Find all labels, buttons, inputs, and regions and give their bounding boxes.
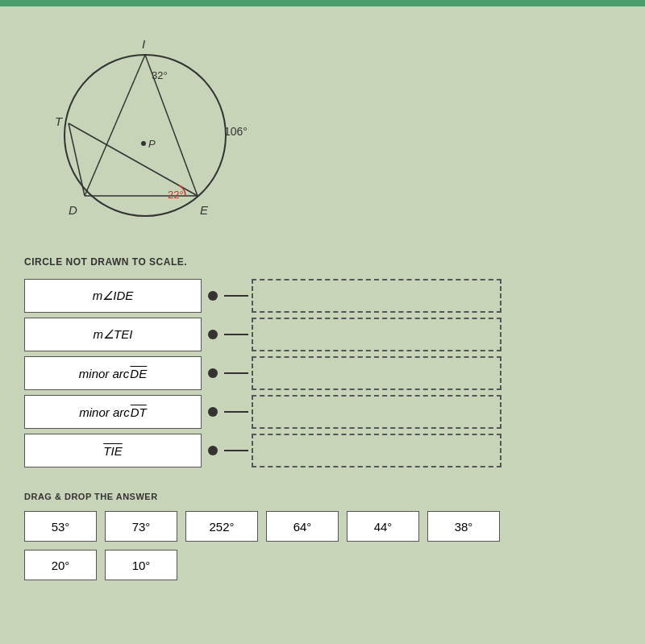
match-dot-2[interactable] bbox=[208, 330, 218, 339]
connector-1 bbox=[224, 295, 248, 297]
match-item-3: minor arc DE bbox=[24, 356, 248, 390]
connector-4 bbox=[224, 411, 248, 413]
answer-options: 53° 73° 252° 64° 44° 38° 20° 10° bbox=[24, 511, 621, 580]
match-label-4: minor arc DT bbox=[79, 405, 147, 419]
answer-chip-10[interactable]: 10° bbox=[105, 550, 177, 580]
match-label-1: m∠IDE bbox=[93, 289, 134, 303]
match-item-1: m∠IDE bbox=[24, 279, 248, 313]
top-bar bbox=[0, 0, 645, 6]
svg-point-0 bbox=[64, 55, 226, 216]
answer-drop-1[interactable] bbox=[252, 279, 501, 313]
answer-chip-252[interactable]: 252° bbox=[185, 511, 258, 542]
circle-diagram: I T D E P 32° 106° 22° bbox=[24, 31, 250, 240]
answer-chip-73[interactable]: 73° bbox=[105, 511, 177, 542]
point-e-label: E bbox=[200, 203, 209, 217]
svg-line-1 bbox=[85, 55, 145, 196]
point-p-label: P bbox=[148, 138, 156, 150]
match-box-1: m∠IDE bbox=[24, 279, 202, 313]
answer-drop-4[interactable] bbox=[252, 395, 501, 429]
point-i-label: I bbox=[142, 37, 145, 51]
answer-chip-44[interactable]: 44° bbox=[347, 511, 419, 542]
match-dot-1[interactable] bbox=[208, 291, 218, 301]
angle-22-label: 22° bbox=[168, 189, 184, 201]
angle-106-label: 106° bbox=[224, 125, 248, 138]
match-item-5: TIE bbox=[24, 434, 248, 467]
answer-drop-5[interactable] bbox=[252, 434, 501, 467]
match-box-2: m∠TEI bbox=[24, 318, 202, 351]
answer-chip-20[interactable]: 20° bbox=[24, 550, 97, 580]
answer-chip-64[interactable]: 64° bbox=[266, 511, 339, 542]
angle-32-label: 32° bbox=[152, 69, 168, 81]
connector-3 bbox=[224, 372, 248, 374]
scale-note: CIRCLE NOT DRAWN TO SCALE. bbox=[24, 256, 621, 268]
right-column bbox=[252, 279, 501, 467]
match-box-4: minor arc DT bbox=[24, 395, 202, 429]
main-content: I T D E P 32° 106° 22° CIRCLE NOT DRAWN … bbox=[0, 6, 645, 596]
match-item-4: minor arc DT bbox=[24, 395, 248, 429]
point-d-label: D bbox=[69, 203, 77, 217]
diagram-container: I T D E P 32° 106° 22° bbox=[24, 31, 621, 240]
point-t-label: T bbox=[55, 114, 64, 128]
match-box-5: TIE bbox=[24, 434, 202, 467]
answer-drop-3[interactable] bbox=[252, 356, 501, 390]
match-dot-3[interactable] bbox=[208, 368, 218, 378]
svg-line-4 bbox=[69, 123, 85, 196]
match-label-5: TIE bbox=[103, 444, 122, 458]
answer-chip-38[interactable]: 38° bbox=[427, 511, 500, 542]
connector-5 bbox=[224, 450, 248, 451]
match-box-3: minor arc DE bbox=[24, 356, 202, 390]
connector-2 bbox=[224, 334, 248, 335]
match-label-3: minor arc DE bbox=[79, 367, 147, 380]
left-column: m∠IDE m∠TEI minor arc DE bbox=[24, 279, 248, 467]
match-label-2: m∠TEI bbox=[94, 327, 133, 342]
answer-chip-53[interactable]: 53° bbox=[24, 511, 97, 542]
svg-point-6 bbox=[141, 141, 146, 146]
match-dot-5[interactable] bbox=[208, 446, 218, 455]
answer-drop-2[interactable] bbox=[252, 318, 501, 351]
matching-section: m∠IDE m∠TEI minor arc DE bbox=[24, 279, 621, 467]
match-dot-4[interactable] bbox=[208, 407, 218, 417]
svg-line-3 bbox=[69, 123, 198, 196]
match-item-2: m∠TEI bbox=[24, 318, 248, 351]
drag-drop-label: DRAG & DROP THE ANSWER bbox=[24, 492, 621, 501]
